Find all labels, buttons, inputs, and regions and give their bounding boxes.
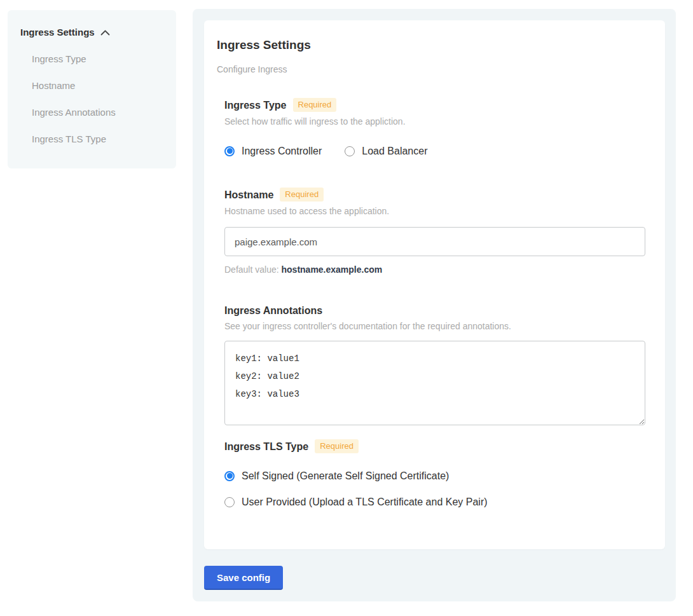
ingress-type-radio-group: Ingress Controller Load Balancer xyxy=(224,145,645,157)
radio-button-load-balancer[interactable] xyxy=(345,146,355,156)
sidebar-item-ingress-type[interactable]: Ingress Type xyxy=(32,53,163,65)
radio-option-load-balancer[interactable]: Load Balancer xyxy=(345,145,427,157)
radio-button-user-provided[interactable] xyxy=(224,497,235,507)
default-value-text: hostname.example.com xyxy=(282,264,383,275)
config-panel: Ingress Settings Configure Ingress Ingre… xyxy=(193,9,676,601)
sidebar-item-ingress-annotations[interactable]: Ingress Annotations xyxy=(32,107,163,118)
section-ingress-annotations: Ingress Annotations See your ingress con… xyxy=(224,305,645,425)
tls-type-radio-group: Self Signed (Generate Self Signed Certif… xyxy=(224,470,645,508)
config-nav-sidebar: Ingress Settings Ingress Type Hostname I… xyxy=(8,10,176,168)
section-hostname: Hostname Required Hostname used to acces… xyxy=(224,188,645,275)
chevron-up-icon xyxy=(100,30,110,36)
section-ingress-tls-type: Ingress TLS Type Required Self Signed (G… xyxy=(224,439,645,508)
helper-text-hostname: Hostname used to access the application. xyxy=(224,206,645,217)
default-value-prefix: Default value: xyxy=(224,264,282,275)
radio-label: Self Signed (Generate Self Signed Certif… xyxy=(242,470,449,482)
sidebar-item-ingress-tls-type[interactable]: Ingress TLS Type xyxy=(32,133,163,145)
radio-option-user-provided[interactable]: User Provided (Upload a TLS Certificate … xyxy=(224,496,645,508)
required-badge: Required xyxy=(280,188,324,202)
required-badge: Required xyxy=(315,439,359,453)
sidebar-item-list: Ingress Type Hostname Ingress Annotation… xyxy=(20,53,163,145)
section-label-hostname: Hostname xyxy=(224,189,273,201)
hostname-default-line: Default value: hostname.example.com xyxy=(224,264,645,275)
save-config-button[interactable]: Save config xyxy=(204,566,283,590)
radio-label: Ingress Controller xyxy=(242,145,322,157)
section-label-ingress-type: Ingress Type xyxy=(224,99,287,111)
section-label-ingress-annotations: Ingress Annotations xyxy=(224,305,322,317)
sidebar-group-label: Ingress Settings xyxy=(20,27,95,38)
helper-text-ingress-type: Select how traffic will ingress to the a… xyxy=(224,116,645,127)
hostname-input[interactable] xyxy=(224,227,645,256)
section-label-ingress-tls-type: Ingress TLS Type xyxy=(224,441,308,453)
sidebar-group-ingress-settings[interactable]: Ingress Settings xyxy=(20,27,163,38)
required-badge: Required xyxy=(293,98,337,112)
section-ingress-type: Ingress Type Required Select how traffic… xyxy=(224,98,645,157)
radio-option-ingress-controller[interactable]: Ingress Controller xyxy=(224,145,322,157)
radio-button-self-signed[interactable] xyxy=(224,471,235,481)
radio-option-self-signed[interactable]: Self Signed (Generate Self Signed Certif… xyxy=(224,470,645,482)
config-card: Ingress Settings Configure Ingress Ingre… xyxy=(204,20,665,549)
helper-text-ingress-annotations: See your ingress controller's documentat… xyxy=(224,321,645,332)
page-title: Ingress Settings xyxy=(217,38,645,52)
radio-label: Load Balancer xyxy=(362,145,427,157)
radio-label: User Provided (Upload a TLS Certificate … xyxy=(242,496,488,508)
ingress-annotations-textarea[interactable]: key1: value1 key2: value2 key3: value3 xyxy=(224,341,645,425)
radio-button-ingress-controller[interactable] xyxy=(224,146,235,156)
sidebar-item-hostname[interactable]: Hostname xyxy=(32,80,163,92)
page-subtitle: Configure Ingress xyxy=(217,64,645,75)
